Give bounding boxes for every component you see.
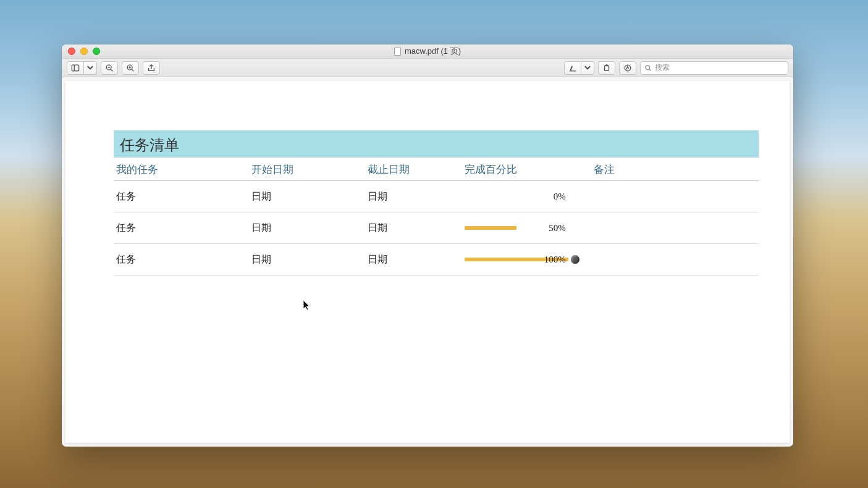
task-list-document: 任务清单 我的任务 开始日期 截止日期 完成百分比 备注 任务日期日期0%任务日… — [114, 130, 759, 276]
col-note: 备注 — [591, 158, 759, 181]
search-input[interactable]: 搜索 — [640, 61, 788, 75]
close-icon[interactable] — [68, 48, 75, 55]
zoom-out-button[interactable] — [101, 61, 118, 75]
page-title: 任务清单 — [114, 130, 759, 158]
zoom-icon[interactable] — [93, 48, 100, 55]
svg-rect-10 — [605, 65, 609, 70]
traffic-lights — [68, 48, 100, 55]
progress-cell: 50% — [462, 212, 591, 244]
marker-dot-icon — [571, 255, 579, 264]
start-cell: 日期 — [249, 244, 365, 276]
progress-bar — [465, 226, 516, 230]
task-table: 我的任务 开始日期 截止日期 完成百分比 备注 任务日期日期0%任务日期日期50… — [114, 158, 759, 276]
search-icon — [644, 64, 652, 72]
zoom-in-button[interactable] — [122, 61, 139, 75]
note-cell — [591, 212, 759, 244]
progress-cell: 0% — [462, 181, 591, 212]
start-cell: 日期 — [249, 181, 365, 212]
note-cell — [591, 181, 759, 212]
markup-button[interactable] — [619, 61, 636, 75]
progress-label: 0% — [554, 191, 566, 202]
table-row: 任务日期日期100% — [114, 244, 759, 276]
col-task: 我的任务 — [114, 158, 249, 181]
svg-line-6 — [132, 69, 133, 71]
col-start: 开始日期 — [249, 158, 365, 181]
table-row: 任务日期日期50% — [114, 212, 759, 244]
rotate-button[interactable] — [598, 61, 615, 75]
end-cell: 日期 — [365, 181, 462, 212]
start-cell: 日期 — [249, 212, 365, 244]
progress-label: 100% — [544, 255, 566, 265]
sidebar-toggle-button[interactable] — [67, 61, 84, 75]
preview-window: macw.pdf (1 页) — [62, 44, 793, 447]
table-row: 任务日期日期0% — [114, 181, 759, 212]
highlight-menu-button[interactable] — [581, 61, 594, 75]
end-cell: 日期 — [365, 244, 462, 276]
svg-line-3 — [111, 69, 112, 71]
file-icon — [394, 48, 401, 56]
progress-cell: 100% — [462, 244, 591, 276]
task-cell: 任务 — [114, 244, 249, 276]
progress-label: 50% — [549, 223, 566, 233]
search-placeholder: 搜索 — [655, 62, 670, 73]
minimize-icon[interactable] — [80, 48, 88, 55]
note-cell — [591, 244, 759, 276]
titlebar[interactable]: macw.pdf (1 页) — [62, 44, 793, 59]
col-pct: 完成百分比 — [462, 158, 591, 181]
sidebar-menu-button[interactable] — [84, 61, 97, 75]
end-cell: 日期 — [365, 212, 462, 244]
document-viewport[interactable]: 任务清单 我的任务 开始日期 截止日期 完成百分比 备注 任务日期日期0%任务日… — [65, 81, 790, 443]
window-title: macw.pdf (1 页) — [405, 46, 461, 57]
svg-point-12 — [646, 65, 650, 69]
task-cell: 任务 — [114, 181, 249, 212]
task-cell: 任务 — [114, 212, 249, 244]
highlight-button[interactable] — [564, 61, 581, 75]
col-end: 截止日期 — [365, 158, 462, 181]
svg-rect-0 — [72, 65, 78, 71]
toolbar: 搜索 — [62, 59, 793, 77]
svg-line-13 — [649, 69, 651, 70]
share-button[interactable] — [143, 61, 160, 75]
